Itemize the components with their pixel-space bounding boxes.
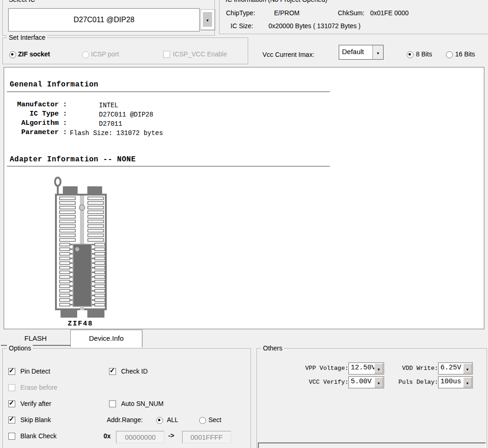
- chksum-label: ChkSum:: [338, 9, 365, 17]
- addr-range-sect-label: Sect: [208, 416, 221, 423]
- parameter-label: Parameter :: [7, 129, 67, 136]
- blank-check-checkbox[interactable]: [8, 433, 15, 440]
- puls-delay-combo[interactable]: 100us: [438, 376, 473, 388]
- others-status-box: [258, 442, 486, 448]
- skip-blank-label: Skip Blank: [20, 416, 51, 423]
- vcc-verify-label: VCC Verify:: [285, 379, 348, 386]
- socket-type-label: ZIF48: [50, 320, 110, 328]
- others-group: Others VPP Voltage: 12.50V VDD Write: 6.…: [256, 348, 487, 448]
- chip-type-value: E/PROM: [274, 9, 299, 17]
- manufactor-label: Manufactor :: [7, 101, 67, 109]
- auto-sn-num-checkbox[interactable]: [109, 400, 116, 407]
- vcc-current-imax-combo[interactable]: Default: [339, 45, 384, 60]
- addr-range-all-label: ALL: [167, 416, 178, 423]
- vpp-voltage-value: 12.50V: [349, 363, 375, 373]
- verify-after-label: Verify after: [20, 400, 51, 407]
- bits16-label: 16 Bits: [455, 50, 475, 58]
- chevron-down-icon: [466, 364, 470, 373]
- vcc-current-imax-label: Vcc Current Imax:: [262, 51, 314, 58]
- puls-delay-value: 100us: [439, 377, 464, 387]
- vdd-write-combo[interactable]: 6.25V: [438, 362, 473, 374]
- ic-select-value: D27C011 @DIP28: [9, 9, 199, 31]
- ic-size-value: 0x20000 Bytes ( 131072 Bytes ): [268, 22, 360, 30]
- zif-socket-label: ZIF socket: [18, 50, 50, 58]
- check-id-checkbox[interactable]: [109, 368, 116, 375]
- vpp-voltage-label: VPP Voltage:: [285, 365, 348, 372]
- select-ic-group-label: Select IC: [7, 0, 37, 3]
- pin-detect-label: Pin Detect: [20, 368, 50, 375]
- options-group: Options Pin Detect Check ID Erase before…: [2, 348, 251, 448]
- addr-range-sect-radio[interactable]: [199, 417, 206, 424]
- addr-range-label: Addr.Range:: [107, 416, 143, 423]
- bits8-radio[interactable]: [407, 51, 414, 58]
- chksum-value: 0x01FE 0000: [370, 9, 409, 17]
- verify-after-checkbox[interactable]: [8, 400, 15, 407]
- programmer-window: Select IC D27C011 @DIP28 IC Information …: [0, 0, 488, 448]
- divider: [7, 92, 330, 92]
- skip-blank-checkbox[interactable]: [8, 417, 15, 423]
- check-id-label: Check ID: [121, 368, 148, 375]
- vdd-write-label: VDD Write:: [377, 365, 438, 372]
- ic-type-value: D27C011 @DIP28: [99, 111, 153, 118]
- others-group-label: Others: [261, 344, 284, 352]
- ic-select-combo[interactable]: D27C011 @DIP28: [8, 8, 200, 31]
- address-end-field[interactable]: 0001FFFF: [182, 431, 231, 443]
- puls-delay-label: Puls Delay:: [377, 379, 438, 386]
- parameter-value: Flash Size: 131072 bytes: [70, 129, 163, 137]
- tab-device-info[interactable]: Device.Info: [70, 330, 142, 347]
- set-interface-group: Set Interface ZIF socket ICSP port ICSP_…: [2, 37, 248, 64]
- auto-sn-num-label: Auto SN_NUM: [121, 400, 164, 407]
- erase-before-label: Erase before: [20, 384, 57, 391]
- ic-select-dropdown-button[interactable]: [201, 9, 215, 31]
- zif-socket-graphic: [50, 175, 110, 319]
- bits8-label: 8 Bits: [416, 50, 432, 58]
- chevron-down-icon: [206, 15, 209, 24]
- vcc-verify-value: 5.00V: [349, 377, 375, 387]
- tab-flash[interactable]: FLASH: [1, 331, 70, 346]
- divider: [7, 166, 330, 166]
- pin-detect-checkbox[interactable]: [8, 368, 15, 375]
- algorithm-label: ALgorithm :: [7, 119, 67, 127]
- address-arrow-label: ->: [168, 432, 174, 439]
- icsp-port-label: ICSP port: [91, 50, 119, 58]
- socket-lever-icon: [55, 178, 61, 186]
- erase-before-checkbox[interactable]: [8, 384, 15, 391]
- adapter-information-title: Adapter Information -- NONE: [10, 155, 136, 164]
- ic-information-group-label: IC Information (No Project Opened): [224, 0, 329, 3]
- address-prefix-label: 0x: [104, 432, 111, 440]
- chevron-down-icon: [376, 48, 380, 56]
- manufactor-value: INTEL: [99, 102, 118, 109]
- icsp-port-radio[interactable]: [82, 51, 89, 58]
- bits16-radio[interactable]: [446, 51, 453, 58]
- addr-range-all-radio[interactable]: [156, 417, 163, 424]
- ic-size-label: IC Size:: [231, 22, 253, 30]
- address-start-field[interactable]: 00000000: [116, 431, 165, 443]
- chevron-down-icon: [466, 378, 470, 387]
- device-info-panel: Genenal Information Manufactor : INTEL I…: [4, 67, 484, 329]
- options-group-label: Options: [7, 344, 33, 352]
- zif-socket-radio[interactable]: [9, 51, 16, 58]
- select-ic-group: Select IC D27C011 @DIP28: [2, 0, 215, 36]
- set-interface-group-label: Set Interface: [7, 34, 47, 41]
- blank-check-label: Blank Check: [20, 432, 57, 440]
- vdd-write-value: 6.25V: [439, 363, 464, 373]
- ic-information-group: IC Information (No Project Opened) ChipT…: [219, 0, 488, 34]
- icsp-vcc-checkbox[interactable]: [163, 51, 170, 58]
- ic-type-label: IC Type :: [7, 110, 67, 118]
- icsp-vcc-label: ICSP_VCC Enable: [173, 50, 227, 58]
- general-information-title: Genenal Information: [10, 80, 98, 89]
- algorithm-value: D27011: [99, 120, 122, 128]
- chip-type-label: ChipType:: [226, 9, 255, 17]
